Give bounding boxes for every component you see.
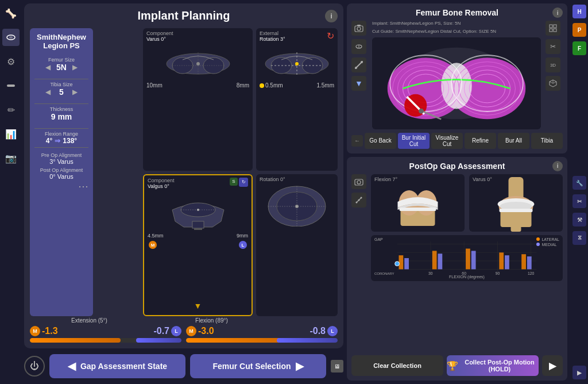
fbr-cube-icon[interactable] (546, 76, 560, 91)
svg-rect-16 (194, 228, 202, 230)
rs-f-button[interactable]: F (572, 41, 586, 55)
svg-point-33 (361, 61, 363, 63)
svg-point-64 (356, 201, 358, 203)
sidebar-icon-camera[interactable]: 📷 (2, 149, 20, 167)
center-column: Implant Planning i Component Varus 0° (22, 0, 347, 384)
fbr-bur-initial-cut-button[interactable]: Bur Initial Cut (398, 133, 430, 149)
fbr-camera-icon[interactable] (351, 21, 366, 36)
bone-tl-measurements: 10mm 8mm (146, 82, 249, 89)
thickness-row: Thickness 9 mm (34, 106, 88, 121)
fbr-bone-icon[interactable] (351, 39, 366, 54)
fbr-right-icons: ✂ 3D (546, 21, 563, 129)
svg-text:90: 90 (496, 271, 500, 275)
svg-rect-99 (471, 251, 476, 269)
chart-gap-label: GAP (374, 237, 383, 241)
clear-collection-button[interactable]: Clear Collection (351, 355, 443, 376)
fbr-implant-info: Implant: SmithNephew/Legion PS, Size: 5N (372, 21, 541, 26)
svg-rect-2 (7, 85, 15, 87)
femur-cut-selection-button[interactable]: Femur Cut Selection ▶ (190, 354, 326, 378)
femur-size-row: Femur Size ◀ 5N ▶ (34, 57, 88, 72)
svg-rect-101 (527, 256, 532, 269)
chart-legend: LATERAL MEDIAL (536, 237, 559, 247)
sidebar-icon-bone[interactable] (2, 29, 20, 46)
svg-line-59 (550, 82, 553, 83)
sidebar-icon-chart[interactable]: 📊 (2, 125, 20, 143)
bone-panel-tl-label: Component (146, 30, 173, 36)
fbr-down-icon[interactable]: ▼ (351, 76, 366, 91)
rs-tool2-icon[interactable]: ⚒ (572, 213, 586, 226)
fbr-tibia-button[interactable]: Tibia (531, 133, 563, 149)
right-column: Femur Bone Removal i ▼ (347, 0, 588, 384)
fbr-info-button[interactable]: i (552, 7, 563, 18)
left-sidebar: 🦴 ⚙ ✏ 📊 📷 (0, 0, 22, 384)
ext-slider-track[interactable] (30, 338, 181, 343)
rs-scissors-icon[interactable]: ✂ (572, 194, 586, 208)
sidebar-icon-knee[interactable]: 🦴 (2, 5, 20, 22)
svg-point-14 (295, 62, 299, 66)
gap-assessment-button[interactable]: ◀ Gap Assessment State (49, 354, 185, 378)
implant-info-button[interactable]: i (325, 10, 338, 22)
sidebar-icon-tool[interactable] (2, 77, 20, 94)
sidebar-icon-gear[interactable]: ⚙ (2, 53, 20, 70)
implant-brand-panel: SmithNephew Legion PS Femur Size ◀ 5N ▶ … (30, 28, 93, 316)
postop-chart-icon[interactable] (351, 193, 366, 208)
tibia-size-row: Tibia Size ◀ 5 ▶ (34, 82, 88, 97)
sidebar-icon-edit[interactable]: ✏ (2, 101, 20, 118)
chart-svg: 30 60 90 120 (374, 239, 559, 278)
fbr-go-back-icon[interactable]: ← (351, 135, 363, 147)
collect-postop-motion-button[interactable]: 🏆 Collect Post-Op Motion (HOLD) (447, 355, 539, 376)
fbr-bur-all-button[interactable]: Bur All (498, 133, 529, 149)
flexion-range-value: 4° ⇒ 138° (46, 137, 77, 145)
extension-slider-group: M -1.3 -0.7 L (30, 326, 181, 343)
fbr-visualize-cut-button[interactable]: Visualize Cut (431, 133, 463, 149)
femur-size-increase[interactable]: ▶ (72, 63, 78, 71)
knee-view-flexion: Flexion 7° (371, 174, 465, 232)
bone-panel-bl-label: Component (148, 178, 175, 183)
rs-sliders-icon[interactable]: ⧖ (572, 231, 586, 245)
screen-button[interactable]: 🖥 (331, 360, 343, 373)
tibia-size-increase[interactable]: ▶ (72, 88, 78, 96)
fbr-go-back-button[interactable]: Go Back (365, 133, 396, 149)
more-button[interactable]: ⋯ (78, 180, 88, 193)
fbr-3d-view (372, 37, 541, 129)
postop-camera-icon[interactable] (351, 174, 366, 189)
tibia-size-control: ◀ 5 ▶ (34, 87, 88, 97)
flex-slider-header: M -3.0 -0.8 L (186, 326, 338, 336)
svg-rect-97 (404, 258, 409, 269)
femur-cut-label: Femur Cut Selection (212, 362, 291, 371)
chart-legend-medial: MEDIAL (536, 243, 559, 247)
fbr-scissors-icon[interactable]: ✂ (546, 39, 560, 54)
implant-planning-title: Implant Planning (137, 9, 230, 22)
rs-wrench-icon[interactable]: 🔧 (572, 176, 586, 190)
knee-flexion-svg (371, 174, 465, 232)
svg-point-66 (361, 197, 362, 198)
flex-slider-fill-blue (277, 338, 338, 343)
flex-slider-track[interactable] (186, 338, 338, 343)
back-arrow-icon: ◀ (68, 360, 76, 373)
thickness-label: Thickness (34, 106, 88, 112)
rotation-icon: ↻ (327, 30, 334, 41)
svg-point-65 (358, 199, 360, 201)
fbr-grid-icon[interactable] (546, 21, 560, 36)
fbr-tool-icon[interactable] (351, 57, 366, 72)
fbr-3d-icon[interactable]: 3D (546, 57, 560, 72)
rs-h-button[interactable]: H (572, 5, 586, 18)
gap-chart: GAP FLEXION (degrees) LATERAL MEDIAL (371, 235, 563, 281)
bone-visual-bl (148, 191, 248, 232)
fbr-refine-button[interactable]: Refine (465, 133, 496, 149)
svg-text:30: 30 (428, 271, 433, 275)
thickness-control: 9 mm (34, 112, 88, 121)
trophy-icon: 🏆 (447, 360, 458, 371)
femur-size-decrease[interactable]: ◀ (45, 63, 51, 71)
postop-sidebar (351, 174, 368, 352)
flex-right-badge-group: -0.8 L (310, 326, 338, 336)
tibia-size-decrease[interactable]: ◀ (45, 88, 51, 96)
rs-p-button[interactable]: P (572, 23, 586, 37)
postop-info-button[interactable]: i (552, 161, 563, 171)
postop-forward-button[interactable]: ▶ (542, 355, 563, 376)
postop-body: Flexion 7° (351, 174, 563, 352)
chart-x-label: FLEXION (degrees) (449, 275, 485, 279)
rs-forward-icon[interactable]: ▶ (572, 366, 586, 379)
power-button[interactable]: ⏻ (24, 356, 45, 377)
gap-sliders-container: M -1.3 -0.7 L M (30, 326, 338, 343)
